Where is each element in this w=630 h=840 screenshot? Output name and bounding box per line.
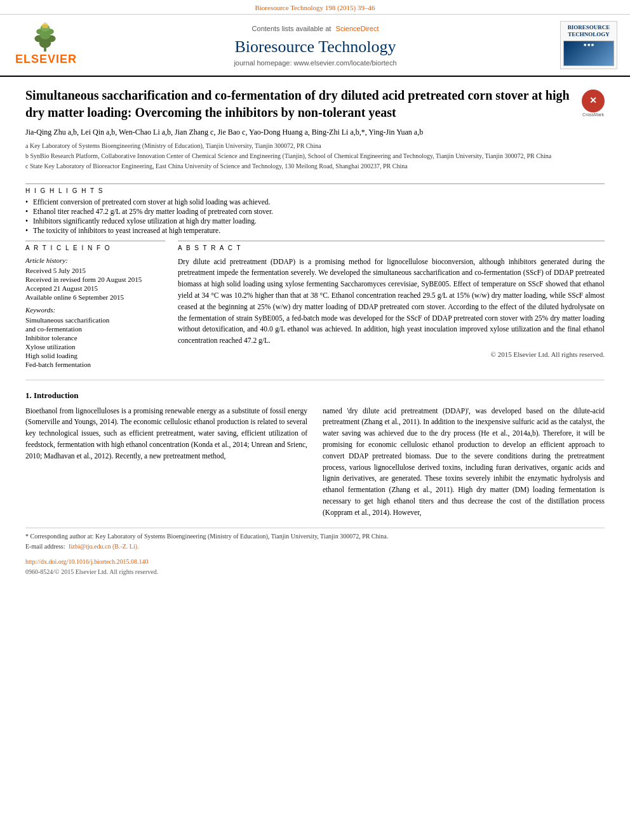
affiliation-b: b SynBio Research Platform, Collaborativ… — [25, 152, 605, 161]
article-title: Simultaneous saccharification and co-fer… — [25, 87, 574, 121]
journal-homepage: journal homepage: www.elsevier.com/locat… — [77, 59, 554, 67]
article-info-abstract: A R T I C L E I N F O Article history: R… — [25, 241, 605, 370]
highlights-section: H I G H L I G H T S Efficient conversion… — [25, 180, 605, 234]
journal-header: ELSEVIER Contents lists available at Sci… — [0, 15, 630, 77]
abstract-label: A B S T R A C T — [178, 241, 605, 251]
email-link[interactable]: lizbi@tju.edu.cn (B.-Z. Li). — [69, 543, 139, 550]
affiliation-a: a Key Laboratory of Systems Bioengineeri… — [25, 142, 605, 150]
history-received: Received 5 July 2015 — [25, 267, 165, 274]
journal-main-title: Bioresource Technology — [77, 37, 554, 57]
email-label: E-mail address: — [25, 543, 65, 550]
crossmark-icon: ✕ — [582, 90, 605, 112]
crossmark-badge[interactable]: ✕ CrossMark — [582, 90, 605, 117]
keyword-3: Inhibitor tolerance — [25, 334, 165, 342]
keyword-5: High solid loading — [25, 352, 165, 359]
highlight-item-1: Efficient conversion of pretreated corn … — [25, 198, 605, 206]
intro-text-left: Bioethanol from lignocelluloses is a pro… — [25, 407, 307, 460]
abstract-text: Dry dilute acid pretreatment (DDAP) is a… — [178, 257, 605, 347]
history-online: Available online 6 September 2015 — [25, 293, 165, 301]
journal-reference: Bioresource Technology 198 (2015) 39–46 — [255, 4, 375, 11]
logo-decoration: ■ ■ ■ — [584, 43, 594, 48]
abstract-col: A B S T R A C T Dry dilute acid pretreat… — [178, 241, 605, 370]
introduction-section: 1. Introduction Bioethanol from lignocel… — [25, 390, 605, 519]
journal-center-header: Contents lists available at ScienceDirec… — [77, 23, 554, 67]
sciencedirect-line: Contents lists available at ScienceDirec… — [77, 23, 554, 34]
highlight-item-3: Inhibitors significantly reduced xylose … — [25, 217, 605, 225]
svg-rect-8 — [42, 23, 48, 28]
section-divider — [25, 380, 605, 380]
article-info-label: A R T I C L E I N F O — [25, 241, 165, 251]
issn-text: 0960-8524/© 2015 Elsevier Ltd. All right… — [25, 568, 605, 577]
affiliation-c: c State Key Laboratory of Bioreactor Eng… — [25, 162, 605, 171]
affiliations: a Key Laboratory of Systems Bioengineeri… — [25, 142, 605, 171]
journal-reference-bar: Bioresource Technology 198 (2015) 39–46 — [0, 0, 630, 15]
article-body: Simultaneous saccharification and co-fer… — [0, 77, 630, 587]
article-title-section: Simultaneous saccharification and co-fer… — [25, 87, 605, 121]
crossmark-label: CrossMark — [582, 112, 605, 117]
sciencedirect-link[interactable]: ScienceDirect — [336, 25, 379, 32]
corresponding-text: * Corresponding author at: Key Laborator… — [25, 533, 388, 540]
highlight-item-2: Ethanol titer reached 47.2 g/L at 25% dr… — [25, 208, 605, 215]
history-accepted: Accepted 21 August 2015 — [25, 284, 165, 292]
article-info-col: A R T I C L E I N F O Article history: R… — [25, 241, 165, 370]
keyword-2: and co-fermentation — [25, 325, 165, 333]
corresponding-footnote: * Corresponding author at: Key Laborator… — [25, 532, 605, 541]
elsevier-logo: ELSEVIER — [13, 22, 77, 67]
introduction-heading: 1. Introduction — [25, 390, 605, 401]
email-footnote: E-mail address: lizbi@tju.edu.cn (B.-Z. … — [25, 542, 605, 551]
footnotes: * Corresponding author at: Key Laborator… — [25, 528, 605, 577]
abstract-copyright: © 2015 Elsevier Ltd. All rights reserved… — [178, 350, 605, 358]
journal-logo-box: BIORESOURCETECHNOLOGY ■ ■ ■ — [560, 21, 617, 69]
history-title: Article history: — [25, 257, 165, 264]
intro-text-right: named 'dry dilute acid pretreatment (DDA… — [323, 407, 605, 516]
keyword-6: Fed-batch fermentation — [25, 361, 165, 368]
journal-logo-right: BIORESOURCETECHNOLOGY ■ ■ ■ — [554, 21, 617, 69]
intro-col-right: named 'dry dilute acid pretreatment (DDA… — [323, 406, 605, 519]
introduction-text: Bioethanol from lignocelluloses is a pro… — [25, 406, 605, 519]
history-revised: Received in revised form 20 August 2015 — [25, 276, 165, 283]
intro-col-left: Bioethanol from lignocelluloses is a pro… — [25, 406, 307, 519]
authors-line: Jia-Qing Zhu a,b, Lei Qin a,b, Wen-Chao … — [25, 126, 605, 138]
keyword-4: Xylose utilization — [25, 343, 165, 350]
contents-text: Contents lists available at — [252, 25, 332, 32]
doi-link[interactable]: http://dx.doi.org/10.1016/j.biortech.201… — [25, 557, 605, 566]
elsevier-tree-icon — [32, 22, 58, 53]
keyword-1: Simultaneous saccharification — [25, 316, 165, 324]
highlights-label: H I G H L I G H T S — [25, 183, 605, 194]
keywords-label: Keywords: — [25, 306, 165, 314]
journal-logo-title: BIORESOURCETECHNOLOGY — [563, 24, 614, 38]
highlight-item-4: The toxicity of inhibitors to yeast incr… — [25, 227, 605, 234]
elsevier-wordmark: ELSEVIER — [15, 53, 77, 66]
